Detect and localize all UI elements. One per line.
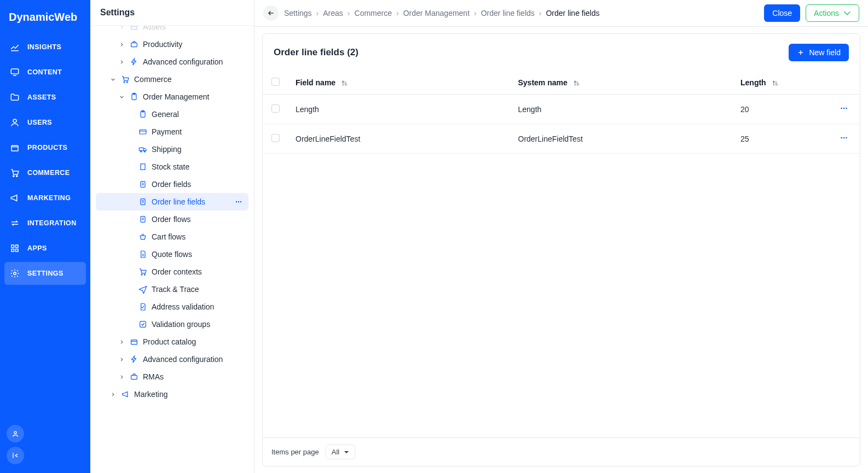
- svg-rect-26: [141, 164, 145, 170]
- chevron-right-icon[interactable]: [118, 26, 125, 31]
- svg-point-37: [236, 201, 237, 202]
- breadcrumb-link[interactable]: Order line fields: [481, 9, 535, 17]
- chevron-right-icon[interactable]: [118, 40, 125, 48]
- tree-node-cart-flows[interactable]: Cart flows: [96, 228, 248, 246]
- tree-node-stock-state[interactable]: Stock state: [96, 158, 248, 176]
- card-title: Order line fields (2): [274, 47, 358, 58]
- svg-point-63: [843, 108, 845, 109]
- chevron-right-icon[interactable]: [118, 338, 125, 346]
- svg-point-16: [126, 81, 128, 83]
- row-checkbox[interactable]: [271, 104, 280, 113]
- items-per-page-select[interactable]: All: [326, 445, 355, 459]
- tree-node-marketing[interactable]: Marketing: [96, 386, 248, 403]
- chevron-down-icon[interactable]: [109, 75, 117, 83]
- tree-node-shipping[interactable]: Shipping: [96, 141, 248, 158]
- table-row[interactable]: OrderLineFieldTest OrderLineFieldTest 25: [263, 124, 860, 154]
- nav-integration[interactable]: INTEGRATION: [4, 212, 86, 235]
- cell-length: 20: [733, 95, 831, 124]
- breadcrumbs: Settings›Areas›Commerce›Order Management…: [284, 9, 759, 17]
- collapse-rail-button[interactable]: [7, 447, 24, 464]
- tree-node-actions[interactable]: [234, 197, 243, 206]
- tree-node-general[interactable]: General: [96, 106, 248, 123]
- bolt-icon: [130, 355, 138, 364]
- tree-node-advanced-configuration[interactable]: Advanced configuration: [96, 53, 248, 71]
- tree-node-label: Order Management: [143, 92, 209, 101]
- svg-rect-49: [131, 375, 137, 379]
- main: Settings›Areas›Commerce›Order Management…: [254, 0, 868, 473]
- chevron-right-icon[interactable]: [118, 355, 125, 363]
- table-row[interactable]: Length Length 20: [263, 95, 860, 124]
- chevron-down-icon[interactable]: [118, 93, 125, 101]
- breadcrumb-link[interactable]: Settings: [284, 9, 312, 17]
- tree-scroll[interactable]: AssetsProductivityAdvanced configuration…: [90, 26, 254, 473]
- chevron-right-icon[interactable]: [109, 390, 117, 398]
- tree-node-commerce[interactable]: Commerce: [96, 71, 248, 88]
- tree-node-quote-flows[interactable]: Quote flows: [96, 246, 248, 263]
- tree-node-track-trace[interactable]: Track & Trace: [96, 281, 248, 298]
- row-actions-button[interactable]: [839, 136, 849, 144]
- nav-assets[interactable]: ASSETS: [4, 86, 86, 109]
- expander-spacer: [126, 233, 134, 241]
- nav-marketing[interactable]: MARKETING: [4, 186, 86, 209]
- nav-commerce[interactable]: COMMERCE: [4, 161, 86, 184]
- account-icon: [11, 429, 20, 438]
- svg-point-4: [13, 176, 14, 177]
- sort-icon: [341, 80, 348, 87]
- tree-node-order-fields[interactable]: Order fields: [96, 176, 248, 193]
- svg-rect-3: [11, 145, 18, 151]
- arrow-left-icon: [267, 9, 275, 17]
- order-line-fields-card: Order line fields (2) New field Field na…: [262, 33, 860, 466]
- svg-point-24: [141, 151, 142, 152]
- tree-node-address-validation[interactable]: Address validation: [96, 298, 248, 316]
- nav-apps[interactable]: APPS: [4, 237, 86, 260]
- chevron-right-icon: ›: [474, 9, 477, 17]
- chevron-right-icon[interactable]: [118, 373, 125, 381]
- tree-node-payment[interactable]: Payment: [96, 123, 248, 141]
- tree-node-rmas[interactable]: RMAs: [96, 368, 248, 386]
- tree-node-productivity[interactable]: Productivity: [96, 36, 248, 53]
- col-system-name[interactable]: System name: [511, 71, 733, 95]
- tree-node-product-catalog[interactable]: Product catalog: [96, 333, 248, 351]
- tree-node-label: Order line fields: [152, 197, 205, 206]
- nav-content[interactable]: CONTENT: [4, 61, 86, 84]
- row-actions-button[interactable]: [839, 106, 849, 115]
- breadcrumb-link[interactable]: Order Management: [403, 9, 470, 17]
- actions-dropdown[interactable]: Actions: [806, 4, 859, 22]
- tree-node-order-management[interactable]: Order Management: [96, 88, 248, 106]
- account-button[interactable]: [7, 425, 24, 442]
- back-button[interactable]: [263, 5, 279, 21]
- rail-footer: [0, 425, 90, 473]
- expander-spacer: [126, 198, 134, 206]
- tree-node-advanced-configuration[interactable]: Advanced configuration: [96, 351, 248, 368]
- tree-node-validation-groups[interactable]: Validation groups: [96, 316, 248, 333]
- svg-rect-6: [11, 245, 14, 248]
- tree-node-order-flows[interactable]: Order flows: [96, 211, 248, 228]
- nav-settings[interactable]: SETTINGS: [4, 262, 86, 285]
- breadcrumb-link[interactable]: Areas: [323, 9, 343, 17]
- nav-insights[interactable]: INSIGHTS: [4, 36, 86, 59]
- col-field-name[interactable]: Field name: [288, 71, 511, 95]
- close-button[interactable]: Close: [764, 4, 800, 22]
- cart-icon: [10, 168, 20, 178]
- new-field-button[interactable]: New field: [789, 44, 849, 61]
- tree-node-order-line-fields[interactable]: Order line fields: [96, 193, 248, 211]
- tree-node-order-contexts[interactable]: Order contexts: [96, 263, 248, 281]
- tree-node-assets[interactable]: Assets: [96, 26, 248, 36]
- chevron-right-icon: ›: [348, 9, 350, 17]
- breadcrumb-link[interactable]: Commerce: [355, 9, 392, 17]
- select-all-checkbox[interactable]: [271, 78, 280, 86]
- tree-node-label: Address validation: [152, 302, 214, 311]
- nav-products[interactable]: PRODUCTS: [4, 136, 86, 159]
- chevron-right-icon[interactable]: [118, 58, 125, 66]
- svg-point-66: [843, 137, 845, 139]
- svg-rect-9: [16, 249, 19, 252]
- row-checkbox[interactable]: [271, 134, 280, 142]
- col-length[interactable]: Length: [733, 71, 831, 95]
- tree-node-label: Marketing: [134, 390, 167, 399]
- plus-icon: [797, 49, 805, 56]
- svg-rect-34: [141, 199, 145, 205]
- tree-node-label: Stock state: [152, 162, 189, 171]
- box-icon: [130, 26, 138, 31]
- svg-point-38: [238, 201, 239, 202]
- nav-users[interactable]: USERS: [4, 111, 86, 134]
